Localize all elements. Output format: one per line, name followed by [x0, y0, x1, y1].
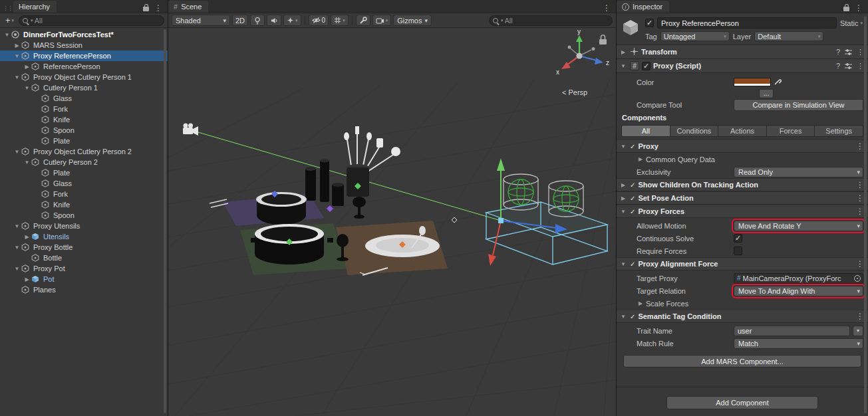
hierarchy-item-utensils[interactable]: ▶Utensils: [0, 231, 168, 242]
foldout-expanded-icon[interactable]: ▼: [619, 261, 627, 267]
foldout-expanded-icon[interactable]: ▼: [619, 209, 627, 215]
foldout-expanded-icon[interactable]: ▼: [13, 223, 21, 229]
section-proxy-header[interactable]: ▼ ✓ Proxy ⋮: [617, 140, 868, 153]
eyedropper-icon[interactable]: [774, 78, 782, 87]
menu-icon[interactable]: ⋮: [857, 49, 864, 55]
menu-icon[interactable]: ⋮: [603, 5, 611, 11]
audio-toggle[interactable]: [267, 15, 281, 26]
tab-inspector[interactable]: i Inspector: [617, 1, 669, 13]
hierarchy-item-knife[interactable]: Knife: [0, 114, 168, 125]
hierarchy-item-proxy-object-cutlery-person-2[interactable]: ▼Proxy Object Cutlery Person 2: [0, 146, 168, 157]
hierarchy-item-bottle[interactable]: Bottle: [0, 253, 168, 263]
add-mars-component-button[interactable]: Add MARS Component...: [623, 355, 861, 367]
grid-visibility-dropdown[interactable]: ▾: [331, 15, 349, 26]
foldout-expanded-icon[interactable]: ▼: [13, 245, 21, 251]
hierarchy-item-glass[interactable]: Glass: [0, 178, 168, 189]
hierarchy-item-plate[interactable]: Plate: [0, 136, 168, 146]
persp-label[interactable]: < Persp: [562, 88, 587, 96]
scale-forces-foldout[interactable]: ▶ Scale Forces: [617, 297, 868, 310]
tab-actions[interactable]: Actions: [718, 126, 767, 136]
hierarchy-item-pot[interactable]: ▶Pot: [0, 274, 168, 284]
trait-options-dropdown[interactable]: ▾: [853, 326, 863, 336]
hierarchy-item-glass[interactable]: Glass: [0, 93, 168, 104]
hierarchy-item-referenceperson[interactable]: ▶ReferencePerson: [0, 61, 168, 72]
gizmos-dropdown[interactable]: Gizmos ▾: [393, 15, 432, 26]
exclusivity-dropdown[interactable]: Read Only ▾: [734, 167, 863, 177]
section-show-children-header[interactable]: ▶ ✓ Show Children On Tracking Action ⋮: [617, 178, 868, 191]
foldout-collapsed-icon[interactable]: ▶: [23, 234, 31, 240]
2d-toggle[interactable]: 2D: [232, 15, 248, 26]
menu-icon[interactable]: ⋮: [856, 313, 864, 320]
hierarchy-item-cutlery-person-1[interactable]: ▼Cutlery Person 1: [0, 82, 168, 93]
lighting-toggle[interactable]: [250, 15, 265, 26]
hierarchy-item-proxy-bottle[interactable]: ▼Proxy Bottle: [0, 242, 168, 253]
hierarchy-item-fork[interactable]: Fork: [0, 104, 168, 114]
continuous-solve-checkbox[interactable]: [734, 234, 742, 243]
hierarchy-item-mars-session[interactable]: ▶MARS Session: [0, 40, 168, 51]
lock-icon[interactable]: [843, 7, 849, 11]
foldout-expanded-icon[interactable]: ▼: [23, 159, 31, 165]
scene-search-input[interactable]: [505, 17, 608, 25]
inspector-scrollbar[interactable]: [864, 16, 867, 413]
section-proxy-forces-header[interactable]: ▼ ✓ Proxy Forces ⋮: [617, 205, 868, 218]
scene-tools-button[interactable]: [356, 15, 370, 26]
menu-icon[interactable]: ⋮: [855, 5, 863, 11]
hierarchy-item-proxy-referenceperson[interactable]: ▼Proxy ReferencePerson: [0, 51, 168, 61]
match-rule-dropdown[interactable]: Match ▾: [734, 338, 863, 349]
create-button[interactable]: + ▾: [3, 15, 16, 25]
hierarchy-item-spoon[interactable]: Spoon: [0, 210, 168, 221]
tab-forces[interactable]: Forces: [767, 126, 815, 136]
draw-mode-dropdown[interactable]: Shaded ▾: [172, 15, 230, 26]
tab-all[interactable]: All: [622, 126, 670, 136]
hierarchy-search-input[interactable]: [35, 17, 160, 25]
help-icon[interactable]: ?: [836, 48, 840, 56]
foldout-collapsed-icon[interactable]: ▶: [23, 276, 31, 282]
hierarchy-item-cutlery-person-2[interactable]: ▼Cutlery Person 2: [0, 157, 168, 167]
presets-icon[interactable]: [845, 63, 852, 69]
foldout-collapsed-icon[interactable]: ▶: [619, 195, 627, 201]
proxy-script-component-header[interactable]: ▼ # Proxy (Script) ? ⋮: [617, 59, 868, 73]
effects-dropdown[interactable]: ▾: [283, 15, 301, 26]
menu-icon[interactable]: ⋮: [856, 260, 864, 267]
component-enabled-checkbox[interactable]: [642, 62, 651, 70]
common-query-data-foldout[interactable]: ▶ Common Query Data: [617, 153, 868, 165]
help-icon[interactable]: ?: [836, 62, 840, 70]
hierarchy-item-proxy-pot[interactable]: ▼Proxy Pot: [0, 263, 168, 274]
foldout-expanded-icon[interactable]: ▼: [619, 144, 627, 150]
camera-settings-dropdown[interactable]: ▾: [372, 15, 392, 26]
scene-visibility-toggle[interactable]: 0: [309, 15, 329, 26]
tab-settings[interactable]: Settings: [815, 126, 863, 136]
section-semantic-tag-condition-header[interactable]: ▼ ✓ Semantic Tag Condition ⋮: [617, 310, 868, 323]
menu-icon[interactable]: ⋮: [856, 208, 864, 215]
foldout-expanded-icon[interactable]: ▼: [13, 74, 21, 80]
foldout-expanded-icon[interactable]: ▼: [13, 53, 21, 59]
proxy-color-swatch[interactable]: [734, 78, 771, 86]
static-dropdown[interactable]: Static ▾: [840, 19, 863, 27]
allowed-motion-dropdown[interactable]: Move And Rotate Y ▾: [734, 221, 863, 231]
active-checkbox[interactable]: [645, 19, 654, 27]
hierarchy-item-proxy-object-cutlery-person-1[interactable]: ▼Proxy Object Cutlery Person 1: [0, 72, 168, 82]
compare-in-simulation-button[interactable]: Compare in Simulation View: [734, 99, 863, 111]
hierarchy-item-plate[interactable]: Plate: [0, 167, 168, 178]
foldout-expanded-icon[interactable]: ▼: [3, 32, 11, 38]
menu-icon[interactable]: ⋮: [856, 143, 864, 150]
menu-icon[interactable]: ⋮: [154, 5, 162, 11]
foldout-expanded-icon[interactable]: ▼: [619, 314, 627, 320]
tab-hierarchy[interactable]: Hierarchy: [13, 1, 57, 13]
gameobject-name-input[interactable]: [657, 17, 837, 29]
hierarchy-item-planes[interactable]: Planes: [0, 284, 168, 295]
foldout-collapsed-icon[interactable]: ▶: [13, 43, 21, 49]
color-field[interactable]: [734, 78, 782, 87]
scene-search[interactable]: ▾: [489, 15, 613, 26]
target-relation-dropdown[interactable]: Move To And Align With ▾: [734, 286, 863, 296]
foldout-expanded-icon[interactable]: ▼: [619, 63, 627, 69]
foldout-expanded-icon[interactable]: ▼: [23, 85, 31, 91]
layer-dropdown[interactable]: Default ▾: [754, 31, 823, 41]
menu-icon[interactable]: ⋮: [856, 181, 864, 188]
hierarchy-search[interactable]: ▾: [19, 15, 164, 26]
presets-icon[interactable]: [845, 49, 852, 55]
section-set-pose-header[interactable]: ▶ ✓ Set Pose Action ⋮: [617, 191, 868, 205]
foldout-expanded-icon[interactable]: ▼: [13, 266, 21, 272]
tab-scene[interactable]: # Scene: [168, 1, 208, 13]
target-proxy-object-field[interactable]: # MainCameraProxy (ProxyForc: [734, 273, 863, 284]
